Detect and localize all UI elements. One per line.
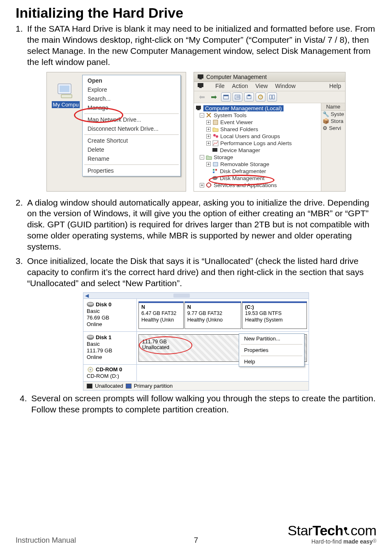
svg-point-34 (87, 335, 94, 338)
ctx-explore[interactable]: Explore (83, 85, 180, 94)
tree-shared-folders[interactable]: Shared Folders (220, 126, 258, 132)
tree-event-viewer[interactable]: Event Viewer (220, 119, 253, 125)
list-item[interactable]: 📦 Stora (321, 118, 345, 125)
folder-icon (212, 126, 219, 132)
svg-point-30 (207, 183, 211, 187)
svg-rect-25 (213, 162, 218, 166)
tagline-1: Hard-to-find (311, 538, 344, 545)
toolbar-button[interactable] (221, 93, 231, 102)
legend-unallocated: Unallocated (95, 383, 123, 389)
toolbar-button[interactable] (244, 93, 254, 102)
ctx-open[interactable]: Open (83, 76, 180, 85)
toolbar-button[interactable]: ? (256, 93, 265, 102)
ctx-create-shortcut[interactable]: Create Shortcut (83, 136, 180, 145)
right-column: Name 🔧 Syste 📦 Stora ⚙ Servi (321, 103, 345, 191)
tree-panel: Computer Management (Local) -System Tool… (194, 103, 321, 191)
ctx-disconnect-drive[interactable]: Disconnect Network Drive... (83, 124, 180, 133)
scroll-thumb[interactable] (173, 294, 190, 298)
volume-size: 9.77 GB FAT32 (187, 310, 239, 317)
event-icon (212, 119, 219, 125)
menu-action[interactable]: Action (232, 83, 248, 89)
expand-icon[interactable]: + (200, 183, 204, 187)
tree-system-tools[interactable]: System Tools (214, 112, 247, 118)
page-footer: Instruction Manual 7 StarTechcom Hard-to… (0, 523, 392, 545)
ctx-delete[interactable]: Delete (83, 145, 180, 154)
expand-icon[interactable]: + (206, 127, 211, 132)
tree-performance[interactable]: Performance Logs and Alerts (220, 140, 292, 146)
expand-icon[interactable]: + (206, 134, 211, 139)
users-icon (212, 133, 219, 139)
list-item[interactable]: ⚙ Servi (321, 125, 345, 132)
list-item[interactable]: 🔧 Syste (321, 111, 345, 118)
monitor-icon (197, 74, 204, 80)
svg-rect-6 (199, 87, 202, 88)
svg-point-32 (87, 302, 94, 305)
svg-rect-8 (224, 95, 228, 96)
disk0-name: Disk 0 (87, 301, 133, 308)
column-header-name: Name (321, 103, 345, 111)
scroll-left-icon[interactable]: ◀ (83, 293, 90, 298)
perf-icon (212, 140, 219, 146)
tagline-2: made easy (344, 538, 373, 545)
volume[interactable]: N 9.77 GB FAT32 Healthy (Unkno (184, 301, 242, 329)
toolbar-button[interactable] (233, 93, 242, 102)
volume-label: N (187, 304, 239, 311)
ctx-new-partition[interactable]: New Partition... (239, 334, 304, 343)
tree-disk-defragmenter[interactable]: Disk Defragmenter (220, 168, 266, 174)
tree-disk-management[interactable]: Disk Management (220, 175, 265, 181)
volume[interactable]: N 6.47 GB FAT32 Healthy (Unkn (138, 301, 184, 329)
expand-icon[interactable]: + (206, 141, 211, 146)
step-4: Several on screen prompts will follow wa… (20, 393, 376, 415)
menu-window[interactable]: Window (275, 83, 296, 89)
monitor-icon (197, 83, 204, 88)
computer-management-window: Computer Management File Action View Win… (194, 72, 346, 192)
legend: Unallocated Primary partition (83, 382, 309, 391)
volume-status: Healthy (Unkno (187, 317, 239, 324)
tree-removable-storage[interactable]: Removable Storage (220, 161, 269, 167)
collapse-icon[interactable]: - (200, 155, 204, 160)
svg-rect-19 (197, 109, 200, 110)
toolbar: ⬅ ➡ ? (194, 91, 345, 103)
disk-row: Disk 0 Basic 76.69 GB Online N 6.47 GB F… (83, 299, 309, 332)
forward-arrow-icon[interactable]: ➡ (208, 93, 219, 102)
svg-text:?: ? (260, 95, 262, 99)
tree-storage[interactable]: Storage (214, 154, 233, 160)
back-arrow-icon[interactable]: ⬅ (197, 93, 207, 102)
ctx-separator (84, 134, 179, 135)
svg-rect-24 (212, 148, 217, 152)
svg-rect-1 (60, 86, 69, 92)
figure-2: ◀ Disk 0 Basic 76.69 GB Online N 6.47 GB… (83, 292, 309, 391)
volume[interactable]: (C:) 19.53 GB NTFS Healthy (System (242, 301, 307, 329)
mycomputer-panel: My Compu Open Explore Search... Manage M… (46, 72, 186, 192)
horizontal-scrollbar[interactable]: ◀ (83, 292, 309, 299)
svg-point-21 (213, 134, 216, 137)
tree-device-manager[interactable]: Device Manager (220, 147, 260, 153)
collapse-icon[interactable]: - (200, 113, 204, 118)
steps-list: If the SATA Hard Drive is blank it may n… (16, 23, 376, 68)
expand-icon[interactable]: + (206, 120, 211, 125)
volume-label: (C:) (245, 304, 304, 311)
logo-part3: com (350, 523, 376, 538)
tree-services[interactable]: Services and Applications (214, 182, 277, 188)
diskmgmt-icon (212, 175, 218, 181)
disk1-name: Disk 1 (87, 334, 133, 341)
disk1-size: 111.79 GB (87, 347, 133, 354)
ctx-search[interactable]: Search... (83, 94, 180, 103)
ctx-map-drive[interactable]: Map Network Drive... (83, 115, 180, 124)
menu-file[interactable]: File (215, 83, 225, 89)
ctx-help[interactable]: Help (239, 357, 304, 366)
svg-rect-27 (215, 169, 217, 171)
cdrom-sub: CD-ROM (D:) (87, 373, 133, 379)
toolbar-button[interactable] (267, 93, 277, 102)
tree-root[interactable]: Computer Management (Local) (203, 105, 284, 111)
ctx-properties[interactable]: Properties (83, 166, 180, 175)
menubar: File Action View Window Help (194, 82, 345, 91)
ctx-manage[interactable]: Manage (83, 103, 180, 112)
menu-view[interactable]: View (255, 83, 267, 89)
menu-help[interactable]: Help (329, 83, 341, 89)
tree-local-users[interactable]: Local Users and Groups (220, 133, 280, 139)
svg-rect-9 (235, 95, 240, 99)
ctx-rename[interactable]: Rename (83, 154, 180, 163)
expand-icon[interactable]: + (206, 162, 211, 167)
ctx-properties[interactable]: Properties (239, 345, 304, 355)
